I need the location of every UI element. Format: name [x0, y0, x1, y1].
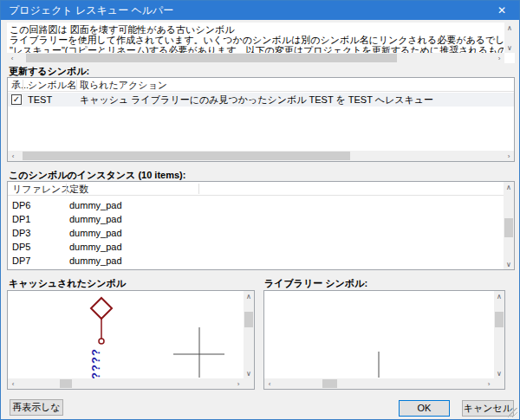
scrollbar-thumb[interactable]: [23, 152, 350, 160]
column-header-action: 取られたアクション: [80, 78, 167, 92]
chevron-up-icon[interactable]: ∧: [504, 23, 515, 33]
value-cell: dummy_pad: [69, 240, 122, 254]
reference-cell: DP1: [12, 212, 30, 226]
reference-cell: DP7: [12, 254, 30, 268]
chevron-right-icon[interactable]: ›: [233, 378, 244, 389]
library-preview-vertical-scrollbar[interactable]: ∧ ∨: [494, 291, 504, 378]
table-row[interactable]: ✓ TEST キャッシュ ライブラリーにのみ見つかったシンボル TEST を T…: [8, 93, 514, 107]
rescue-helper-dialog: プロジェクト レスキュー ヘルパー ✕ この回路図は 図面を壊す可能性がある古い…: [0, 0, 520, 420]
cached-symbol-panel: ???? ∧ ∨ ‹ ›: [7, 290, 255, 390]
list-item[interactable]: DP1 dummy_pad: [8, 212, 514, 226]
title-bar[interactable]: プロジェクト レスキュー ヘルパー ✕: [1, 1, 519, 20]
cached-preview-horizontal-scrollbar[interactable]: ‹ ›: [8, 378, 244, 389]
reference-cell: DP5: [12, 240, 30, 254]
list-item[interactable]: DP6 dummy_pad: [8, 198, 514, 212]
chevron-right-icon[interactable]: ›: [484, 378, 494, 389]
library-symbol-panel: ∧ ∨ ‹ ›: [263, 290, 505, 390]
message-area: この回路図は 図面を壊す可能性がある古いシンボル ライブラリーを使用して作成され…: [7, 23, 515, 63]
chevron-down-icon[interactable]: ∨: [504, 42, 515, 53]
chevron-left-icon[interactable]: ‹: [8, 378, 18, 389]
symbol-name-cell: TEST: [28, 93, 52, 107]
chevron-up-icon[interactable]: ∧: [504, 182, 514, 192]
symbols-table-header: 承... シンボル名 取られたアクション: [8, 78, 514, 92]
scrollbar-thumb[interactable]: [504, 218, 513, 237]
symbols-table-label: 更新するシンボル:: [9, 66, 89, 77]
reference-cell: DP6: [12, 198, 30, 212]
reference-cell: DP3: [12, 226, 30, 240]
message-line: この回路図は 図面を壊す可能性がある古いシンボル: [10, 24, 504, 35]
cached-symbol-label: キャッシュされたシンボル: [9, 278, 126, 289]
resize-grip[interactable]: [508, 408, 517, 417]
dialog-title: プロジェクト レスキュー ヘルパー: [9, 3, 173, 18]
chevron-right-icon[interactable]: ›: [494, 53, 504, 63]
action-cell: キャッシュ ライブラリーにのみ見つかったシンボル TEST を TEST へレス…: [80, 93, 433, 107]
cancel-button[interactable]: キャンセル: [462, 400, 514, 417]
chevron-right-icon[interactable]: ›: [504, 151, 514, 161]
value-cell: dummy_pad: [69, 198, 122, 212]
scrollbar-thumb[interactable]: [244, 312, 253, 327]
column-header-symbol-name: シンボル名: [28, 78, 76, 92]
message-horizontal-scrollbar[interactable]: ‹ ›: [7, 53, 504, 63]
ok-button[interactable]: OK: [399, 400, 450, 417]
instances-vertical-scrollbar[interactable]: ∧ ∨: [504, 182, 514, 269]
message-text: この回路図は 図面を壊す可能性がある古いシンボル ライブラリーを使用して作成され…: [10, 24, 504, 55]
list-item[interactable]: DP5 dummy_pad: [8, 240, 514, 254]
chevron-left-icon[interactable]: ‹: [264, 378, 275, 389]
column-header-accept: 承...: [11, 78, 29, 92]
cached-preview-vertical-scrollbar[interactable]: ∧ ∨: [244, 291, 254, 378]
value-cell: dummy_pad: [69, 226, 122, 240]
column-header-value: 定数: [69, 182, 88, 196]
cached-symbol-preview: ????: [8, 291, 244, 378]
chevron-left-icon[interactable]: ‹: [7, 53, 17, 63]
scrollbar-thumb[interactable]: [26, 54, 397, 62]
message-line: ライブラリーを使用して作成されています。いくつかのシンボルは別のシンボル名にリン…: [10, 35, 504, 45]
library-symbol-label: ライブラリー シンボル:: [264, 278, 367, 289]
close-button[interactable]: ✕: [484, 1, 519, 20]
library-symbol-preview: [264, 291, 494, 378]
scrollbar-thumb[interactable]: [322, 379, 337, 388]
close-icon: ✕: [497, 4, 506, 16]
accept-checkbox[interactable]: ✓: [11, 94, 22, 105]
message-vertical-scrollbar[interactable]: ∧ ∨: [504, 23, 515, 53]
dont-show-again-button[interactable]: 再表示しない: [10, 399, 63, 416]
chevron-down-icon[interactable]: ∨: [244, 368, 254, 378]
scrollbar-thumb[interactable]: [495, 312, 504, 327]
value-cell: dummy_pad: [69, 254, 122, 268]
symbols-table-horizontal-scrollbar[interactable]: ‹ ›: [8, 151, 514, 161]
chevron-up-icon[interactable]: ∧: [244, 291, 254, 301]
chevron-down-icon[interactable]: ∨: [504, 259, 514, 269]
instances-table-header: リファレンス 定数: [8, 182, 514, 196]
symbols-table: 承... シンボル名 取られたアクション ✓ TEST キャッシュ ライブラリー…: [7, 77, 515, 162]
instances-table: リファレンス 定数 DP6 dummy_pad DP1 dummy_pad DP…: [7, 181, 515, 270]
library-preview-horizontal-scrollbar[interactable]: ‹ ›: [264, 378, 494, 389]
chevron-left-icon[interactable]: ‹: [8, 151, 18, 161]
list-item[interactable]: DP7 dummy_pad: [8, 254, 514, 268]
scrollbar-thumb[interactable]: [60, 379, 72, 388]
instances-table-label: このシンボルのインスタンス (10 items):: [9, 170, 185, 181]
column-header-reference: リファレンス: [12, 182, 71, 196]
symbol-value-text: ????: [89, 348, 102, 378]
chevron-down-icon[interactable]: ∨: [494, 368, 504, 378]
chevron-up-icon[interactable]: ∧: [494, 291, 504, 301]
value-cell: dummy_pad: [69, 212, 122, 226]
list-item[interactable]: DP3 dummy_pad: [8, 226, 514, 240]
check-icon: ✓: [13, 94, 20, 104]
